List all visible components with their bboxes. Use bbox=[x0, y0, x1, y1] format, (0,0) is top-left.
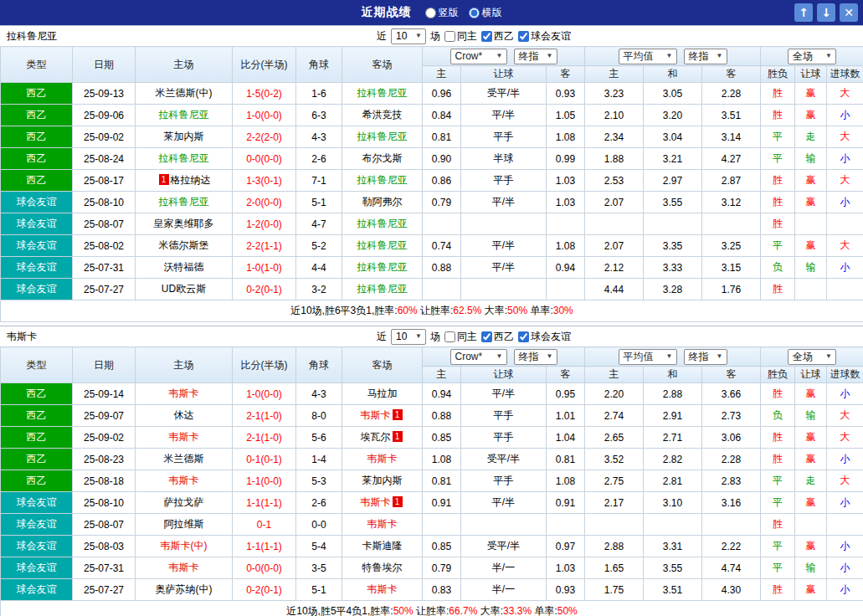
games-label: 场 bbox=[430, 29, 440, 44]
match-type-badge: 西乙 bbox=[1, 170, 73, 192]
home-team-name: 米兰德斯 bbox=[164, 453, 204, 465]
euro-draw-odds: 3.28 bbox=[644, 279, 702, 300]
euro-final-select[interactable]: 终指▼ bbox=[684, 49, 727, 64]
result-handicap: 输 bbox=[795, 405, 827, 427]
header-row-groups: 类型 日期 主场 比分(半场) 角球 客场 Crow*▼ 终指▼ 平均值▼ 终指… bbox=[1, 347, 863, 367]
results-table: 类型 日期 主场 比分(半场) 角球 客场 Crow*▼ 终指▼ 平均值▼ 终指… bbox=[0, 346, 863, 616]
col-type: 类型 bbox=[1, 47, 73, 83]
filter-same-venue[interactable]: 同主 bbox=[444, 330, 477, 344]
horizontal-layout-radio[interactable] bbox=[469, 8, 480, 18]
home-team-name: 莱加内斯 bbox=[164, 131, 204, 142]
filter-friendly[interactable]: 球会友谊 bbox=[518, 330, 571, 344]
summary-text: 近10场,胜6平3负1,胜率:60% 让胜率:62.5% 大率:50% 单率:3… bbox=[1, 300, 863, 322]
match-row: 西乙25-08-23米兰德斯0-1(0-1)1-4韦斯卡1.08受平/半0.81… bbox=[1, 449, 863, 470]
sub-euro-home: 主 bbox=[585, 66, 644, 83]
match-row: 西乙25-09-06拉科鲁尼亚1-0(0-0)6-3希洪竞技0.84平/半1.0… bbox=[1, 105, 863, 126]
result-handicap bbox=[795, 213, 827, 235]
recent-count-select[interactable]: 10▼ bbox=[391, 329, 426, 345]
asian-handicap: 平手 bbox=[461, 405, 547, 427]
away-team: 勒阿弗尔 bbox=[342, 192, 423, 213]
filters: 近 10▼ 场 同主 西乙 球会友谊 bbox=[377, 329, 571, 345]
euro-draw-odds: 2.71 bbox=[644, 427, 702, 449]
fulltime-select[interactable]: 全场▼ bbox=[788, 349, 836, 365]
euro-home-odds: 1.75 bbox=[585, 579, 644, 601]
league-checkbox[interactable] bbox=[481, 331, 492, 342]
friendly-checkbox[interactable] bbox=[518, 331, 529, 342]
layout-option-horizontal[interactable]: 横版 bbox=[469, 6, 502, 20]
recent-count-select[interactable]: 10▼ bbox=[391, 28, 426, 44]
euro-final-select[interactable]: 终指▼ bbox=[684, 349, 727, 365]
euro-average-select[interactable]: 平均值▼ bbox=[619, 49, 677, 64]
euro-draw-odds: 2.97 bbox=[644, 170, 702, 192]
asian-handicap: 平手 bbox=[461, 126, 547, 148]
away-team-name: 布尔戈斯 bbox=[362, 152, 403, 164]
page-title: 近期战绩 bbox=[362, 5, 412, 20]
asian-final-select[interactable]: 终指▼ bbox=[514, 349, 557, 365]
result-handicap: 输 bbox=[795, 557, 827, 579]
asian-handicap: 平手 bbox=[461, 170, 547, 192]
euro-average-select[interactable]: 平均值▼ bbox=[619, 349, 677, 365]
same-venue-checkbox[interactable] bbox=[444, 331, 455, 342]
home-team-name: 萨拉戈萨 bbox=[164, 496, 204, 508]
bookmaker-select[interactable]: Crow*▼ bbox=[450, 49, 507, 64]
asian-away-odds: 0.94 bbox=[547, 257, 585, 279]
move-down-button[interactable]: ↓ bbox=[817, 3, 835, 22]
fulltime-select[interactable]: 全场▼ bbox=[788, 49, 836, 64]
near-label: 近 bbox=[377, 29, 387, 44]
summary-row: 近10场,胜6平3负1,胜率:60% 让胜率:62.5% 大率:50% 单率:3… bbox=[1, 300, 863, 322]
filter-league[interactable]: 西乙 bbox=[481, 29, 514, 44]
filter-same-venue[interactable]: 同主 bbox=[444, 29, 477, 44]
euro-away-odds: 3.06 bbox=[702, 427, 761, 449]
corner-score: 4-7 bbox=[296, 213, 342, 235]
summary-stat-label: 近10场,胜5平4负1,胜率: bbox=[286, 605, 393, 616]
asian-handicap bbox=[461, 279, 547, 300]
bookmaker-select[interactable]: Crow*▼ bbox=[450, 349, 507, 365]
euro-home-odds: 2.74 bbox=[585, 405, 644, 427]
corner-score: 3-2 bbox=[296, 279, 342, 300]
asian-home-odds: 0.81 bbox=[423, 126, 461, 148]
away-team: 莱加内斯 bbox=[342, 470, 423, 492]
result-handicap: 走 bbox=[795, 470, 827, 492]
asian-home-odds bbox=[423, 514, 461, 536]
result-goals bbox=[827, 514, 863, 536]
result-handicap: 赢 bbox=[795, 579, 827, 601]
sub-euro-away: 客 bbox=[702, 66, 761, 83]
asian-final-select[interactable]: 终指▼ bbox=[514, 49, 557, 64]
result-goals: 小 bbox=[827, 557, 863, 579]
sub-asian-handicap: 让球 bbox=[461, 367, 547, 383]
match-row: 西乙25-08-24拉科鲁尼亚0-0(0-0)2-6布尔戈斯0.90半球0.99… bbox=[1, 148, 863, 170]
home-team: 米兰德斯(中) bbox=[136, 83, 233, 105]
result-wdl: 平 bbox=[761, 492, 795, 514]
up-arrow-icon: ↑ bbox=[799, 6, 809, 19]
asian-away-odds bbox=[547, 279, 585, 300]
friendly-checkbox[interactable] bbox=[518, 31, 529, 42]
result-goals bbox=[827, 213, 863, 235]
match-date: 25-07-27 bbox=[73, 579, 136, 601]
match-score: 2-1(1-0) bbox=[233, 427, 296, 449]
asian-handicap: 半/一 bbox=[461, 579, 547, 601]
move-up-button[interactable]: ↑ bbox=[794, 3, 813, 22]
summary-stat-value: 50% bbox=[393, 605, 414, 616]
sub-result-goals: 进球数 bbox=[827, 66, 863, 83]
home-team-name: 拉科鲁尼亚 bbox=[159, 109, 209, 121]
filter-friendly[interactable]: 球会友谊 bbox=[518, 29, 571, 44]
sub-asian-handicap: 让球 bbox=[461, 66, 547, 83]
result-handicap: 输 bbox=[795, 148, 827, 170]
euro-away-odds: 2.87 bbox=[702, 170, 761, 192]
match-date: 25-08-10 bbox=[73, 492, 136, 514]
match-row: 球会友谊25-07-31韦斯卡0-0(0-0)3-5特鲁埃尔0.79半/一1.0… bbox=[1, 557, 863, 579]
sub-result-handicap: 让球 bbox=[795, 367, 827, 383]
layout-option-vertical[interactable]: 竖版 bbox=[425, 6, 459, 20]
euro-draw-odds: 2.88 bbox=[644, 383, 702, 405]
result-wdl: 平 bbox=[761, 470, 795, 492]
asian-away-odds: 0.93 bbox=[547, 579, 585, 601]
same-venue-checkbox[interactable] bbox=[444, 31, 455, 42]
close-button[interactable]: ✕ bbox=[840, 3, 858, 22]
corner-score: 8-0 bbox=[296, 405, 342, 427]
league-checkbox[interactable] bbox=[481, 31, 492, 42]
vertical-layout-radio[interactable] bbox=[425, 8, 436, 18]
asian-odds-group: Crow*▼ 终指▼ bbox=[423, 347, 585, 367]
filter-league[interactable]: 西乙 bbox=[481, 330, 514, 344]
away-team: 特鲁埃尔 bbox=[342, 557, 423, 579]
result-wdl: 平 bbox=[761, 235, 795, 257]
